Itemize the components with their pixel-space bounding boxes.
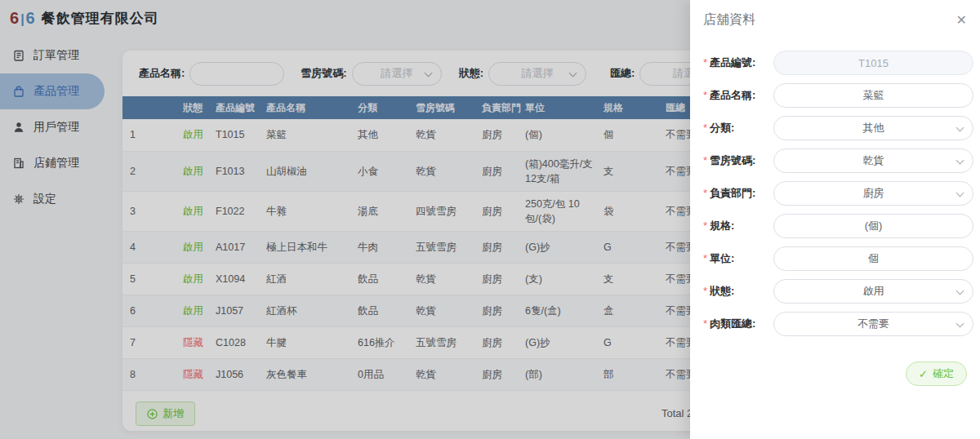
- chevron-down-icon: [956, 189, 964, 197]
- status-select[interactable]: 啟用: [773, 279, 973, 304]
- required-asterisk: *: [703, 285, 707, 297]
- required-asterisk: *: [703, 252, 707, 264]
- required-asterisk: *: [703, 122, 707, 134]
- required-asterisk: *: [703, 56, 707, 69]
- required-asterisk: *: [703, 154, 707, 166]
- field-label-text: 分類:: [710, 122, 734, 134]
- drawer-title: 店舖資料: [703, 11, 755, 29]
- required-asterisk: *: [703, 317, 707, 330]
- field-label: *狀態:: [703, 284, 773, 299]
- shop-detail-drawer: 店舖資料 ✕ *產品編號:T1015*產品名稱:菜籃*分類:其他*雪房號碼:乾貨…: [690, 0, 980, 439]
- field-label-text: 狀態:: [710, 285, 734, 297]
- field-label-text: 規格:: [710, 220, 734, 232]
- drawer-header: 店舖資料 ✕: [690, 0, 980, 29]
- category-select[interactable]: 其他: [773, 116, 973, 140]
- field-label-text: 肉類匯總:: [710, 317, 755, 330]
- field-value: 不需要: [858, 317, 889, 331]
- unit-input[interactable]: 個: [773, 246, 973, 271]
- field-value: 菜籃: [863, 88, 884, 103]
- chevron-down-icon: [956, 287, 964, 295]
- form-field-product-name: *產品名稱:菜籃: [703, 79, 973, 112]
- field-label-text: 雪房號碼:: [710, 154, 755, 166]
- field-value: (個): [865, 219, 883, 233]
- field-value: 廚房: [863, 186, 884, 201]
- chevron-down-icon: [956, 320, 964, 328]
- close-icon[interactable]: ✕: [956, 14, 967, 27]
- field-label: *雪房號碼:: [703, 153, 773, 168]
- confirm-button-label: 確定: [933, 366, 954, 381]
- required-asterisk: *: [703, 89, 707, 101]
- field-label: *單位:: [703, 251, 773, 266]
- form-field-category: *分類:其他: [703, 112, 973, 144]
- product-name-input[interactable]: 菜籃: [773, 83, 973, 108]
- required-asterisk: *: [703, 220, 707, 232]
- confirm-button[interactable]: ✓確定: [906, 361, 967, 386]
- field-label: *負責部門:: [703, 186, 773, 201]
- drawer-actions: ✓確定: [703, 340, 973, 386]
- form-field-meat-summary: *肉類匯總:不需要: [703, 308, 973, 340]
- form-field-spec: *規格:(個): [703, 210, 973, 242]
- check-icon: ✓: [919, 368, 928, 380]
- field-value: 啟用: [863, 284, 884, 299]
- spec-input[interactable]: (個): [773, 214, 973, 238]
- meat-summary-select[interactable]: 不需要: [773, 312, 973, 336]
- field-label: *分類:: [703, 121, 773, 135]
- field-label: *肉類匯總:: [703, 317, 773, 331]
- field-value: T1015: [858, 57, 889, 69]
- field-label-text: 單位:: [710, 252, 734, 264]
- field-label-text: 負責部門:: [710, 187, 755, 199]
- form-field-unit: *單位:個: [703, 242, 973, 275]
- field-value: 其他: [863, 121, 884, 135]
- form-field-department: *負責部門:廚房: [703, 177, 973, 210]
- form-field-freezer: *雪房號碼:乾貨: [703, 144, 973, 177]
- freezer-select[interactable]: 乾貨: [773, 149, 973, 173]
- field-label-text: 產品名稱:: [710, 89, 755, 101]
- field-label-text: 產品編號:: [710, 56, 755, 69]
- product-code-input: T1015: [773, 51, 973, 75]
- chevron-down-icon: [956, 157, 964, 165]
- field-label: *規格:: [703, 219, 773, 233]
- form-field-status: *狀態:啟用: [703, 275, 973, 308]
- required-asterisk: *: [703, 187, 707, 199]
- field-value: 個: [868, 251, 879, 266]
- department-select[interactable]: 廚房: [773, 181, 973, 206]
- field-label: *產品名稱:: [703, 88, 773, 103]
- form-field-product-code: *產品編號:T1015: [703, 47, 973, 79]
- chevron-down-icon: [956, 124, 964, 132]
- field-value: 乾貨: [863, 153, 884, 168]
- field-label: *產品編號:: [703, 55, 773, 70]
